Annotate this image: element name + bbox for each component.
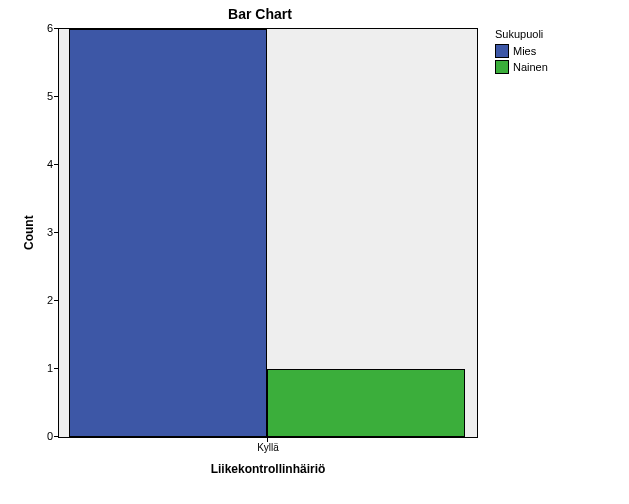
y-tick-mark bbox=[54, 232, 58, 233]
y-tick-mark bbox=[54, 368, 58, 369]
bar-mies bbox=[69, 29, 267, 437]
y-tick-label: 1 bbox=[13, 362, 53, 374]
legend-title: Sukupuoli bbox=[495, 28, 548, 40]
x-tick-label: Kyllä bbox=[257, 442, 279, 453]
y-tick-mark bbox=[54, 164, 58, 165]
chart-title: Bar Chart bbox=[0, 6, 520, 22]
legend-label-nainen: Nainen bbox=[513, 61, 548, 73]
y-tick-label: 5 bbox=[13, 90, 53, 102]
x-axis-label: Liikekontrollinhäiriö bbox=[58, 462, 478, 476]
y-tick-label: 2 bbox=[13, 294, 53, 306]
y-tick-mark bbox=[54, 96, 58, 97]
plot-area bbox=[58, 28, 478, 438]
y-axis-label: Count bbox=[22, 215, 36, 250]
legend-item-mies: Mies bbox=[495, 44, 548, 58]
y-tick-label: 0 bbox=[13, 430, 53, 442]
y-tick-mark bbox=[54, 436, 58, 437]
legend-item-nainen: Nainen bbox=[495, 60, 548, 74]
bar-nainen bbox=[267, 369, 465, 437]
legend-swatch-mies bbox=[495, 44, 509, 58]
y-tick-label: 6 bbox=[13, 22, 53, 34]
y-tick-label: 4 bbox=[13, 158, 53, 170]
legend: Sukupuoli Mies Nainen bbox=[495, 28, 548, 76]
y-tick-mark bbox=[54, 300, 58, 301]
legend-label-mies: Mies bbox=[513, 45, 536, 57]
y-tick-mark bbox=[54, 28, 58, 29]
legend-swatch-nainen bbox=[495, 60, 509, 74]
